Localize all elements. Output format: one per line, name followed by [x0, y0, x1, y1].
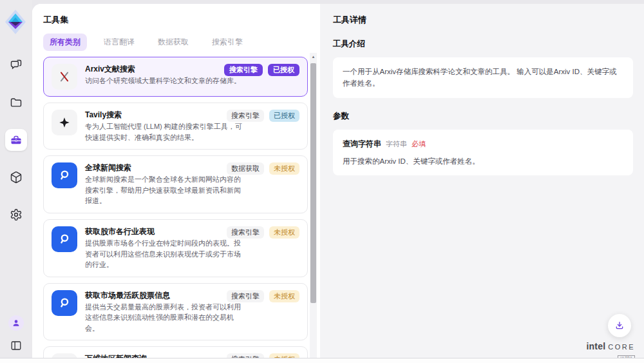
- tool-card-tavily[interactable]: Tavily搜索 专为人工智能代理 (LLM) 构建的搜索引擎工具，可快速提供实…: [43, 103, 308, 150]
- category-tabs: 所有类别 语言翻译 数据获取 搜索引擎: [43, 34, 320, 50]
- list-scrollbar[interactable]: ▲: [310, 53, 317, 358]
- stock-search-icon: [52, 226, 77, 252]
- category-badge: 搜索引擎: [227, 226, 264, 239]
- param-description: 用于搜索的Arxiv ID、关键字或作者姓名。: [343, 155, 623, 167]
- category-badge: 搜索引擎: [227, 290, 264, 302]
- auth-status-badge: 未授权: [269, 353, 299, 358]
- user-icon: [12, 319, 21, 328]
- app-root: 工具集 所有类别 语言翻译 数据获取 搜索引擎 A: [0, 0, 644, 363]
- tool-description: 提供股票市场各个行业在特定时间段内的表现。投资者可以利用这些信息来识别表现优于或…: [85, 238, 247, 270]
- auth-status-badge: 未授权: [269, 226, 299, 239]
- newspaper-icon: [52, 353, 77, 358]
- tool-title: 万维地区新闻查询: [85, 353, 241, 358]
- tool-description: 全球新闻搜索是一个聚合全球各大新闻网站内容的搜索引擎，帮助用户快速获取全球最新资…: [85, 174, 247, 206]
- sidebar-item-models[interactable]: [5, 166, 27, 188]
- category-badge: 数据获取: [227, 162, 264, 175]
- toolbox-icon: [10, 133, 23, 146]
- tool-title: 获取市场最活跃股票信息: [85, 290, 247, 300]
- news-search-icon: [52, 162, 77, 188]
- category-badge: 搜索引擎: [224, 64, 263, 76]
- auth-status-badge: 未授权: [269, 290, 299, 302]
- arxiv-icon: [52, 64, 77, 90]
- category-badge: 搜索引擎: [227, 353, 264, 358]
- diamond-logo-icon: [5, 9, 26, 35]
- tool-description: 提供当天交易量最高的股票列表，投资者可以利用这些信息来识别流动性强的股票和潜在的…: [85, 302, 247, 334]
- tool-list-panel: 工具集 所有类别 语言翻译 数据获取 搜索引擎 A: [32, 4, 320, 358]
- page-title: 工具集: [43, 14, 320, 26]
- intel-wordmark: intel: [586, 342, 605, 351]
- tab-data-acquisition[interactable]: 数据获取: [151, 34, 195, 51]
- intel-core-logo: intel CORE ULTRA: [586, 342, 635, 358]
- params-heading: 参数: [333, 111, 633, 122]
- sidebar-item-tools[interactable]: [5, 129, 27, 151]
- tool-title: 获取股市各行业表现: [85, 226, 247, 237]
- param-name: 查询字符串: [343, 138, 381, 150]
- core-wordmark: CORE: [608, 344, 635, 351]
- download-icon: [614, 320, 625, 331]
- scrollbar-thumb[interactable]: [310, 63, 316, 303]
- download-button[interactable]: [608, 314, 631, 337]
- folder-icon: [10, 96, 23, 109]
- main-window: 工具集 所有类别 语言翻译 数据获取 搜索引擎 A: [32, 4, 644, 358]
- sidebar-item-files[interactable]: [5, 92, 27, 113]
- category-badge: 搜索引擎: [227, 110, 264, 122]
- sidebar: [0, 0, 32, 363]
- window-bottom-edge: [0, 358, 644, 363]
- auth-status-badge: 已授权: [268, 64, 299, 76]
- tool-title: Arxiv文献搜索: [85, 64, 241, 74]
- tab-language-translation[interactable]: 语言翻译: [97, 34, 141, 51]
- tab-search-engine[interactable]: 搜索引擎: [205, 34, 249, 51]
- stock-search-icon: [52, 290, 77, 316]
- detail-title: 工具详情: [333, 14, 633, 26]
- tool-description: 专为人工智能代理 (LLM) 构建的搜索引擎工具，可快速提供实时、准确和真实的结…: [85, 121, 247, 142]
- panel-layout-icon: [10, 340, 22, 351]
- collapse-sidebar-button[interactable]: [8, 337, 24, 354]
- chat-icon: [10, 59, 23, 72]
- app-logo: [4, 8, 27, 35]
- tool-card-sector-performance[interactable]: 获取股市各行业表现 提供股票市场各个行业在特定时间段内的表现。投资者可以利用这些…: [43, 219, 308, 277]
- user-avatar[interactable]: [8, 315, 24, 331]
- tool-card-arxiv[interactable]: Arxiv文献搜索 访问各个研究领域大量科学论文和文章的存储库。 搜索引擎 已授…: [43, 57, 308, 97]
- tool-card-list: Arxiv文献搜索 访问各个研究领域大量科学论文和文章的存储库。 搜索引擎 已授…: [43, 57, 308, 358]
- intro-text: 一个用于从Arxiv存储库搜索科学论文和文章的工具。 输入可以是Arxiv ID…: [343, 68, 617, 87]
- intro-heading: 工具介绍: [333, 39, 633, 50]
- tool-detail-panel: 工具详情 工具介绍 一个用于从Arxiv存储库搜索科学论文和文章的工具。 输入可…: [320, 4, 644, 358]
- tool-card-global-news[interactable]: 全球新闻搜索 全球新闻搜索是一个聚合全球各大新闻网站内容的搜索引擎，帮助用户快速…: [43, 155, 308, 213]
- intro-box: 一个用于从Arxiv存储库搜索科学论文和文章的工具。 输入可以是Arxiv ID…: [333, 57, 633, 98]
- tool-card-regional-news[interactable]: 万维地区新闻查询 查询具体行政区划内的新闻，快速了解各地新闻动 搜索引擎 未授权: [43, 346, 308, 358]
- sidebar-item-settings[interactable]: [5, 204, 27, 226]
- tavily-star-icon: [52, 110, 77, 135]
- auth-status-badge: 已授权: [269, 110, 299, 122]
- cube-icon: [10, 171, 23, 184]
- param-type: 字符串: [386, 139, 407, 150]
- sidebar-item-chat[interactable]: [5, 54, 27, 76]
- tab-all-categories[interactable]: 所有类别: [43, 34, 87, 51]
- auth-status-badge: 未授权: [269, 162, 299, 175]
- tool-title: Tavily搜索: [85, 110, 247, 120]
- tool-description: 访问各个研究领域大量科学论文和文章的存储库。: [85, 75, 241, 86]
- param-box: 查询字符串 字符串 必填 用于搜索的Arxiv ID、关键字或作者姓名。: [333, 130, 633, 176]
- tool-card-active-stocks[interactable]: 获取市场最活跃股票信息 提供当天交易量最高的股票列表，投资者可以利用这些信息来识…: [43, 283, 308, 341]
- scrollbar-up-arrow[interactable]: ▲: [310, 55, 317, 59]
- gear-icon: [10, 208, 23, 221]
- tool-title: 全球新闻搜索: [85, 162, 247, 173]
- param-required-label: 必填: [412, 139, 426, 150]
